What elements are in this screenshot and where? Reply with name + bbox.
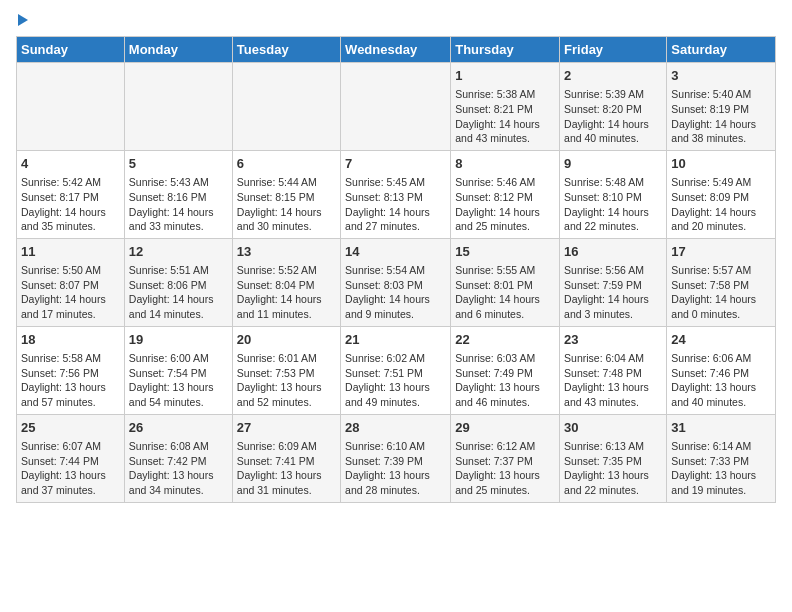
day-info: Sunrise: 5:58 AM Sunset: 7:56 PM Dayligh… [21, 351, 120, 410]
day-number: 7 [345, 155, 446, 173]
day-number: 23 [564, 331, 662, 349]
calendar-cell: 29Sunrise: 6:12 AM Sunset: 7:37 PM Dayli… [451, 414, 560, 502]
calendar-cell: 5Sunrise: 5:43 AM Sunset: 8:16 PM Daylig… [124, 150, 232, 238]
day-info: Sunrise: 6:10 AM Sunset: 7:39 PM Dayligh… [345, 439, 446, 498]
calendar-cell: 23Sunrise: 6:04 AM Sunset: 7:48 PM Dayli… [560, 326, 667, 414]
day-number: 8 [455, 155, 555, 173]
day-number: 10 [671, 155, 771, 173]
day-number: 28 [345, 419, 446, 437]
calendar-week-row: 18Sunrise: 5:58 AM Sunset: 7:56 PM Dayli… [17, 326, 776, 414]
day-number: 30 [564, 419, 662, 437]
day-number: 24 [671, 331, 771, 349]
calendar-cell: 12Sunrise: 5:51 AM Sunset: 8:06 PM Dayli… [124, 238, 232, 326]
day-info: Sunrise: 5:46 AM Sunset: 8:12 PM Dayligh… [455, 175, 555, 234]
day-header-tuesday: Tuesday [232, 37, 340, 63]
calendar-cell: 4Sunrise: 5:42 AM Sunset: 8:17 PM Daylig… [17, 150, 125, 238]
day-number: 27 [237, 419, 336, 437]
day-info: Sunrise: 5:57 AM Sunset: 7:58 PM Dayligh… [671, 263, 771, 322]
day-info: Sunrise: 6:04 AM Sunset: 7:48 PM Dayligh… [564, 351, 662, 410]
calendar-cell: 30Sunrise: 6:13 AM Sunset: 7:35 PM Dayli… [560, 414, 667, 502]
calendar-cell [124, 63, 232, 151]
day-info: Sunrise: 5:54 AM Sunset: 8:03 PM Dayligh… [345, 263, 446, 322]
calendar-cell: 18Sunrise: 5:58 AM Sunset: 7:56 PM Dayli… [17, 326, 125, 414]
calendar-cell: 25Sunrise: 6:07 AM Sunset: 7:44 PM Dayli… [17, 414, 125, 502]
day-info: Sunrise: 5:48 AM Sunset: 8:10 PM Dayligh… [564, 175, 662, 234]
day-number: 20 [237, 331, 336, 349]
day-info: Sunrise: 6:13 AM Sunset: 7:35 PM Dayligh… [564, 439, 662, 498]
day-info: Sunrise: 6:08 AM Sunset: 7:42 PM Dayligh… [129, 439, 228, 498]
day-number: 29 [455, 419, 555, 437]
calendar-cell: 16Sunrise: 5:56 AM Sunset: 7:59 PM Dayli… [560, 238, 667, 326]
day-number: 13 [237, 243, 336, 261]
logo-arrow-icon [18, 14, 28, 26]
day-number: 11 [21, 243, 120, 261]
day-number: 3 [671, 67, 771, 85]
calendar-cell: 14Sunrise: 5:54 AM Sunset: 8:03 PM Dayli… [341, 238, 451, 326]
calendar-header-row: SundayMondayTuesdayWednesdayThursdayFrid… [17, 37, 776, 63]
day-header-sunday: Sunday [17, 37, 125, 63]
calendar-cell [232, 63, 340, 151]
day-header-monday: Monday [124, 37, 232, 63]
day-info: Sunrise: 6:00 AM Sunset: 7:54 PM Dayligh… [129, 351, 228, 410]
day-info: Sunrise: 5:56 AM Sunset: 7:59 PM Dayligh… [564, 263, 662, 322]
day-info: Sunrise: 5:50 AM Sunset: 8:07 PM Dayligh… [21, 263, 120, 322]
calendar-cell: 15Sunrise: 5:55 AM Sunset: 8:01 PM Dayli… [451, 238, 560, 326]
calendar-cell: 31Sunrise: 6:14 AM Sunset: 7:33 PM Dayli… [667, 414, 776, 502]
day-number: 9 [564, 155, 662, 173]
day-number: 25 [21, 419, 120, 437]
day-info: Sunrise: 5:55 AM Sunset: 8:01 PM Dayligh… [455, 263, 555, 322]
day-number: 1 [455, 67, 555, 85]
day-info: Sunrise: 5:44 AM Sunset: 8:15 PM Dayligh… [237, 175, 336, 234]
calendar-cell: 19Sunrise: 6:00 AM Sunset: 7:54 PM Dayli… [124, 326, 232, 414]
day-number: 16 [564, 243, 662, 261]
calendar-cell: 17Sunrise: 5:57 AM Sunset: 7:58 PM Dayli… [667, 238, 776, 326]
calendar-week-row: 11Sunrise: 5:50 AM Sunset: 8:07 PM Dayli… [17, 238, 776, 326]
calendar-cell: 13Sunrise: 5:52 AM Sunset: 8:04 PM Dayli… [232, 238, 340, 326]
day-info: Sunrise: 5:52 AM Sunset: 8:04 PM Dayligh… [237, 263, 336, 322]
day-info: Sunrise: 6:01 AM Sunset: 7:53 PM Dayligh… [237, 351, 336, 410]
day-number: 31 [671, 419, 771, 437]
calendar-cell: 8Sunrise: 5:46 AM Sunset: 8:12 PM Daylig… [451, 150, 560, 238]
day-number: 2 [564, 67, 662, 85]
day-number: 14 [345, 243, 446, 261]
day-number: 12 [129, 243, 228, 261]
calendar-cell: 7Sunrise: 5:45 AM Sunset: 8:13 PM Daylig… [341, 150, 451, 238]
day-info: Sunrise: 5:38 AM Sunset: 8:21 PM Dayligh… [455, 87, 555, 146]
day-info: Sunrise: 5:51 AM Sunset: 8:06 PM Dayligh… [129, 263, 228, 322]
calendar-cell: 11Sunrise: 5:50 AM Sunset: 8:07 PM Dayli… [17, 238, 125, 326]
day-number: 15 [455, 243, 555, 261]
calendar-cell: 9Sunrise: 5:48 AM Sunset: 8:10 PM Daylig… [560, 150, 667, 238]
day-header-wednesday: Wednesday [341, 37, 451, 63]
day-info: Sunrise: 5:45 AM Sunset: 8:13 PM Dayligh… [345, 175, 446, 234]
calendar-table: SundayMondayTuesdayWednesdayThursdayFrid… [16, 36, 776, 503]
calendar-cell: 26Sunrise: 6:08 AM Sunset: 7:42 PM Dayli… [124, 414, 232, 502]
day-number: 26 [129, 419, 228, 437]
day-info: Sunrise: 6:02 AM Sunset: 7:51 PM Dayligh… [345, 351, 446, 410]
header [16, 16, 776, 26]
day-info: Sunrise: 5:43 AM Sunset: 8:16 PM Dayligh… [129, 175, 228, 234]
day-number: 18 [21, 331, 120, 349]
calendar-cell: 2Sunrise: 5:39 AM Sunset: 8:20 PM Daylig… [560, 63, 667, 151]
day-number: 21 [345, 331, 446, 349]
calendar-cell: 10Sunrise: 5:49 AM Sunset: 8:09 PM Dayli… [667, 150, 776, 238]
logo [16, 16, 28, 26]
calendar-cell: 6Sunrise: 5:44 AM Sunset: 8:15 PM Daylig… [232, 150, 340, 238]
day-info: Sunrise: 5:42 AM Sunset: 8:17 PM Dayligh… [21, 175, 120, 234]
day-info: Sunrise: 6:03 AM Sunset: 7:49 PM Dayligh… [455, 351, 555, 410]
day-info: Sunrise: 6:06 AM Sunset: 7:46 PM Dayligh… [671, 351, 771, 410]
day-header-thursday: Thursday [451, 37, 560, 63]
calendar-cell [17, 63, 125, 151]
day-info: Sunrise: 5:40 AM Sunset: 8:19 PM Dayligh… [671, 87, 771, 146]
calendar-cell: 27Sunrise: 6:09 AM Sunset: 7:41 PM Dayli… [232, 414, 340, 502]
calendar-cell: 24Sunrise: 6:06 AM Sunset: 7:46 PM Dayli… [667, 326, 776, 414]
day-info: Sunrise: 6:14 AM Sunset: 7:33 PM Dayligh… [671, 439, 771, 498]
day-number: 19 [129, 331, 228, 349]
calendar-cell [341, 63, 451, 151]
day-header-friday: Friday [560, 37, 667, 63]
day-info: Sunrise: 6:09 AM Sunset: 7:41 PM Dayligh… [237, 439, 336, 498]
calendar-cell: 20Sunrise: 6:01 AM Sunset: 7:53 PM Dayli… [232, 326, 340, 414]
day-number: 6 [237, 155, 336, 173]
day-number: 17 [671, 243, 771, 261]
calendar-week-row: 4Sunrise: 5:42 AM Sunset: 8:17 PM Daylig… [17, 150, 776, 238]
day-number: 22 [455, 331, 555, 349]
